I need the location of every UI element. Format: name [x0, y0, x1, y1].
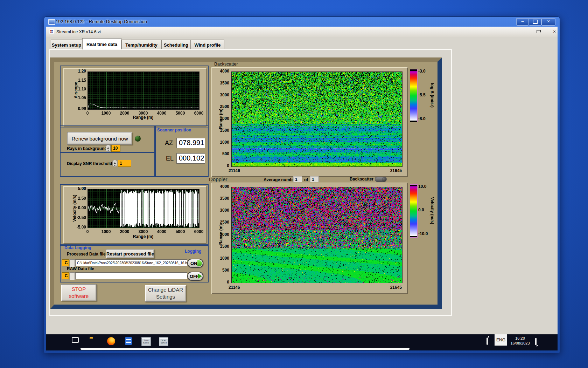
backscatter-colorbar: [410, 69, 418, 122]
data-logging-title: Data Logging: [64, 245, 91, 250]
of-label: of: [304, 177, 308, 182]
raw-logging-toggle-off[interactable]: OFF: [187, 272, 203, 281]
taskbar-strip: [80, 348, 410, 350]
axis-tick: 1000: [214, 256, 229, 261]
snr-spinner[interactable]: [112, 160, 117, 167]
axis-tick: 1.20: [71, 69, 86, 74]
az-label: AZ: [165, 139, 173, 147]
axis-tick: 5.00: [68, 186, 86, 191]
remote-desktop-icon: [48, 19, 55, 25]
tab-temp-humidity[interactable]: Temp/humidity: [121, 40, 161, 49]
average-total-field[interactable]: 1: [310, 176, 319, 182]
rays-in-background-label: Rays in background: [67, 146, 107, 151]
axis-tick: 1000: [99, 229, 113, 234]
rays-spinner[interactable]: [106, 145, 111, 152]
off-label: OFF: [190, 274, 199, 279]
toggle-knob: [382, 177, 386, 182]
on-label: ON: [190, 261, 197, 266]
language-indicator[interactable]: ENG: [495, 334, 507, 346]
tab-real-time-data[interactable]: Real time data: [82, 38, 121, 49]
axis-tick: 3000: [136, 229, 150, 234]
app-minimize-button[interactable]: –: [517, 29, 526, 35]
axis-tick: 2.50: [68, 196, 86, 201]
axis-tick: 0.0: [418, 207, 434, 212]
renew-background-button[interactable]: Renew background now: [67, 132, 132, 145]
axis-tick: 21645: [377, 285, 402, 290]
stop-line1: STOP: [72, 286, 86, 293]
rdp-titlebar[interactable]: 192.168.0.122 - Remote Desktop Connectio…: [44, 17, 560, 27]
axis-tick: 500: [214, 268, 229, 273]
average-number-field[interactable]: 1: [293, 176, 302, 182]
scan-sched-window-icon[interactable]: Scan Sched: [141, 337, 151, 346]
restart-processed-file-button[interactable]: Restart processed file: [106, 249, 154, 258]
rdp-window-title: 192.168.0.122 - Remote Desktop Connectio…: [56, 19, 147, 24]
axis-tick: 2500: [214, 104, 229, 109]
stop-line2: software: [69, 293, 89, 300]
axis-tick: 0: [214, 280, 229, 285]
axis-tick: 21146: [229, 168, 253, 173]
processed-data-file-label: Processed Data file: [67, 252, 106, 257]
app-window-title: StreamLine XR v14-6.vi: [56, 29, 101, 34]
path-browse-icon[interactable]: [70, 259, 75, 267]
az-value-field[interactable]: 078.991: [176, 138, 205, 148]
logging-label: Logging: [185, 249, 201, 254]
snr-value-field[interactable]: 1: [118, 160, 131, 167]
velocity-plot: [88, 189, 200, 228]
axis-tick: 0.99: [71, 106, 86, 111]
raw-path-field[interactable]: [75, 272, 187, 279]
app-close-button[interactable]: ×: [550, 29, 558, 35]
axis-tick: 6000: [192, 111, 206, 116]
notification-center-icon[interactable]: [535, 338, 537, 345]
scan-sched-window-icon[interactable]: Scan Sched: [159, 337, 168, 346]
doppler-heatmap: [231, 187, 402, 283]
scanner-position-box: [154, 125, 209, 177]
change-lidar-settings-button[interactable]: Change LiDAR Settings: [145, 285, 186, 302]
app-restore-button[interactable]: [534, 29, 543, 35]
change-line1: Change LiDAR: [148, 286, 183, 293]
backscatter-heatmap: [231, 71, 402, 167]
raw-drive-box[interactable]: C: [62, 272, 69, 279]
processed-path-field[interactable]: C:\Lidar\Data\Proc\2023\202308\20230816\…: [75, 259, 187, 266]
path-browse-icon[interactable]: [70, 272, 75, 280]
a-scope-plot: [88, 71, 200, 110]
a-scope-x-axis-label: Range (m): [129, 115, 157, 120]
axis-tick: -3.0: [418, 69, 434, 74]
scanner-position-title: Scanner position: [157, 128, 191, 132]
maximize-icon: [533, 20, 538, 24]
axis-tick: 3500: [214, 81, 229, 86]
task-view-icon[interactable]: [72, 337, 79, 343]
axis-tick: 21645: [377, 168, 402, 173]
axis-tick: 1.15: [71, 78, 86, 83]
notes-app-icon[interactable]: [125, 337, 132, 345]
processed-logging-toggle-on[interactable]: ON: [187, 259, 203, 268]
axis-tick: 3000: [214, 93, 229, 97]
axis-tick: 6000: [192, 229, 206, 234]
axis-tick: 2000: [118, 111, 132, 116]
axis-tick: 1500: [214, 128, 229, 133]
backscatter-display-toggle[interactable]: [375, 177, 387, 182]
firefox-icon[interactable]: [107, 337, 115, 345]
rdp-minimize-button[interactable]: –: [516, 18, 529, 26]
el-value-field[interactable]: 000.102: [176, 153, 205, 164]
app-titlebar[interactable]: StreamLine XR v14-6.vi – ×: [46, 27, 558, 37]
rays-value-field[interactable]: 10: [111, 145, 120, 152]
usb-tray-icon[interactable]: [486, 338, 488, 345]
axis-tick: 0: [80, 111, 94, 116]
tab-system-setup[interactable]: System setup: [51, 40, 82, 49]
change-line2: Settings: [156, 293, 175, 300]
axis-tick: 0: [214, 163, 229, 168]
toggle-on-indicator: [197, 260, 202, 266]
processed-drive-box[interactable]: C: [62, 259, 69, 266]
rdp-close-button[interactable]: ×: [541, 18, 555, 26]
stop-software-button[interactable]: STOP software: [61, 284, 97, 301]
taskbar-clock[interactable]: 16:20 16/08/2023: [506, 336, 534, 346]
axis-tick: 2500: [214, 220, 229, 225]
tab-wind-profile[interactable]: Wind profile: [191, 40, 224, 49]
clock-date: 16/08/2023: [506, 341, 534, 346]
axis-tick: 2000: [118, 229, 132, 234]
tab-scheduling[interactable]: Scheduling: [161, 40, 191, 49]
axis-tick: 1000: [99, 111, 113, 116]
axis-tick: 500: [214, 151, 229, 156]
rdp-maximize-button[interactable]: [529, 18, 541, 26]
restore-icon: [537, 30, 540, 33]
